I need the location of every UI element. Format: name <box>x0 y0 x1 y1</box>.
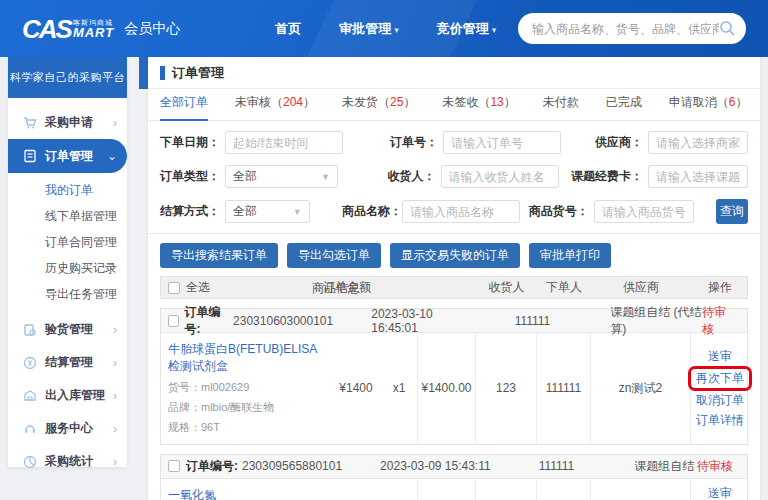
order-amount-cell: ¥800.00 <box>418 479 476 500</box>
select-value: 全部 <box>233 168 257 185</box>
tab-unreviewed[interactable]: 未审核（204） <box>235 94 315 120</box>
chevron-down-icon: ▼ <box>321 172 330 182</box>
search-icon[interactable] <box>719 20 736 37</box>
chevron-down-icon: ▼ <box>293 207 302 217</box>
order-block-1: 订单编号: 230310603000101 2023-03-10 16:45:0… <box>160 308 748 445</box>
sidebar-item-purchase-request[interactable]: 采购申请 › <box>8 106 127 139</box>
order-1-body: 牛胎球蛋白B(FETUB)ELISA检测试剂盒 货号：ml002629 品牌：m… <box>161 333 747 444</box>
sidebar-item-order-management[interactable]: 订单管理 ⌄ <box>8 139 127 173</box>
order-doc-icon <box>22 148 38 164</box>
nav-bidding[interactable]: 竞价管理▾ <box>437 20 497 38</box>
chevron-right-icon: › <box>113 389 117 403</box>
tab-count: 13 <box>490 95 503 109</box>
product-sku-input[interactable] <box>594 200 694 223</box>
order-buyer-id: 111111 <box>515 314 551 328</box>
nav-home-label: 首页 <box>275 21 301 36</box>
tab-unreceived[interactable]: 未签收（13） <box>442 94 515 120</box>
casmart-logo[interactable]: CAS 喀斯玛商城 MART 会员中心 <box>22 16 180 42</box>
bulk-action-buttons: 导出搜索结果订单 导出勾选订单 显示交易失败的订单 审批单打印 <box>148 234 760 276</box>
query-button[interactable]: 查询 <box>716 199 748 224</box>
settle-method-select[interactable]: 全部▼ <box>225 200 310 223</box>
sidebar-item-inspection[interactable]: 验货管理 › <box>8 313 127 346</box>
sidebar-item-settlement[interactable]: 结算管理 › <box>8 346 127 379</box>
fund-card-input[interactable] <box>648 165 748 188</box>
sidebar-item-label: 验货管理 <box>45 321 113 338</box>
sidebar-item-purchase-stats[interactable]: 采购统计 › <box>8 445 127 478</box>
submenu-export-tasks[interactable]: 导出任务管理 <box>8 281 127 307</box>
sidebar-item-warehouse[interactable]: 出入库管理 › <box>8 379 127 412</box>
tab-label: 已完成 <box>606 95 642 109</box>
tab-completed[interactable]: 已完成 <box>606 94 642 120</box>
print-approval-button[interactable]: 审批单打印 <box>529 243 611 268</box>
submenu-purchase-history[interactable]: 历史购买记录 <box>8 255 127 281</box>
product-brand: 品牌：mlbio/酶联生物 <box>168 399 323 416</box>
logo-mart-text: MART <box>73 26 114 39</box>
order-type-label: 订单类型： <box>160 168 220 185</box>
order-no-input[interactable] <box>443 131 561 154</box>
tab-all-orders[interactable]: 全部订单 <box>160 94 208 120</box>
order-date-label: 下单日期： <box>160 134 220 151</box>
page-title: 订单管理 <box>172 64 224 82</box>
order-status-tabs: 全部订单 未审核（204） 未发货（25） 未签收（13） 未付款 已完成 申请… <box>148 89 760 121</box>
order-no-label: 订单编号: <box>186 458 238 475</box>
chevron-down-icon: ⌄ <box>107 149 117 163</box>
show-failed-orders-button[interactable]: 显示交易失败的订单 <box>390 243 520 268</box>
export-checked-orders-button[interactable]: 导出勾选订单 <box>287 243 381 268</box>
supplier-input[interactable] <box>648 131 748 154</box>
fund-card-label: 课题经费卡： <box>571 168 643 185</box>
submenu-order-contracts[interactable]: 订单合同管理 <box>8 229 127 255</box>
export-search-results-button[interactable]: 导出搜索结果订单 <box>160 243 278 268</box>
sidebar-item-service-center[interactable]: 服务中心 › <box>8 412 127 445</box>
product-name-input[interactable] <box>402 200 520 223</box>
table-header-row: 全选 订单金额 收货人 下单人 供应商 操作 <box>160 276 748 299</box>
supplier-label: 供应商： <box>573 134 643 151</box>
filter-row-3: 结算方式： 全部▼ 商品名称： 商品货号： 查询 <box>160 199 748 224</box>
nav-home[interactable]: 首页 <box>275 20 301 38</box>
order-type-select[interactable]: 全部▼ <box>225 165 338 188</box>
nav-approval-label: 审批管理 <box>339 21 391 36</box>
order-number: 230310603000101 <box>233 314 333 328</box>
cancel-order-link[interactable]: 取消订单 <box>696 392 744 409</box>
submenu-my-orders[interactable]: 我的订单 <box>8 177 127 203</box>
tab-cancel-requested[interactable]: 申请取消（6） <box>669 94 748 120</box>
search-input[interactable] <box>532 22 719 36</box>
main-panel: 订单管理 全部订单 未审核（204） 未发货（25） 未签收（13） 未付款 已… <box>148 57 760 500</box>
product-info: 牛胎球蛋白B(FETUB)ELISA检测试剂盒 货号：ml002629 品牌：m… <box>168 341 326 436</box>
product-name-link[interactable]: 牛胎球蛋白B(FETUB)ELISA检测试剂盒 <box>168 341 326 376</box>
actions-cell: 送审 再次下单 取消订单 订单详情 <box>691 333 749 444</box>
order-detail-link[interactable]: 订单详情 <box>696 412 744 429</box>
col-supplier: 供应商 <box>591 279 691 296</box>
title-bullet <box>160 66 165 80</box>
select-value: 全部 <box>233 203 257 220</box>
send-approval-link[interactable]: 送审 <box>708 485 732 500</box>
submenu-offline-orders[interactable]: 线下单据管理 <box>8 203 127 229</box>
inspect-doc-icon <box>22 322 38 338</box>
order-2-body: 一氧化氮 货号：002 品牌：啥也不是啥也不是啥也不... 规格：1 ¥800 … <box>161 479 747 500</box>
col-orderer: 下单人 <box>537 279 591 296</box>
product-info-cell: 一氧化氮 货号：002 品牌：啥也不是啥也不是啥也不... 规格：1 ¥800 … <box>161 479 418 500</box>
order-2-checkbox[interactable] <box>168 460 180 472</box>
tab-label: 未审核 <box>235 95 271 109</box>
product-name-link[interactable]: 一氧化氮 <box>168 487 326 500</box>
receiver-input[interactable] <box>441 165 559 188</box>
nav-approval[interactable]: 审批管理▾ <box>339 20 399 38</box>
orders-table: 全选 订单金额 收货人 下单人 供应商 操作 商品信息 订单编号: 230310… <box>148 276 760 500</box>
page-title-bar: 订单管理 <box>148 57 760 89</box>
tab-unshipped[interactable]: 未发货（25） <box>342 94 415 120</box>
tab-label: 全部订单 <box>160 95 208 109</box>
send-approval-link[interactable]: 送审 <box>708 348 732 365</box>
tab-label: 申请取消 <box>669 95 717 109</box>
reorder-link[interactable]: 再次下单 <box>688 366 752 391</box>
sidebar-item-label: 订单管理 <box>45 148 107 165</box>
tab-unpaid[interactable]: 未付款 <box>543 94 579 120</box>
order-datetime: 2023-03-09 15:43:11 <box>380 459 491 473</box>
headset-icon <box>22 421 38 437</box>
select-all-checkbox[interactable] <box>168 282 180 294</box>
tab-label: 未签收 <box>442 95 478 109</box>
order-number: 230309565880101 <box>242 459 342 473</box>
coin-icon <box>22 355 38 371</box>
order-no-label: 订单号： <box>387 134 438 151</box>
order-1-checkbox[interactable] <box>168 315 179 327</box>
order-date-input[interactable] <box>225 131 343 154</box>
paren: ） <box>303 95 315 109</box>
